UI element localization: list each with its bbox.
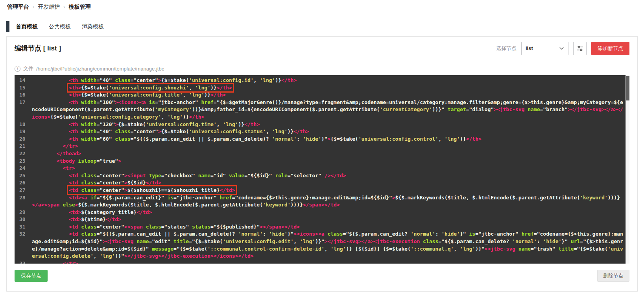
line-content: <th>{$=$take('universal:config.title', '… [32, 91, 629, 99]
line-number: 20 [15, 136, 32, 143]
breadcrumb-item-devmaintain[interactable]: 开发维护 [38, 4, 60, 11]
tab-bar: 首页模板 公共模板 渲染模板 [0, 21, 644, 32]
line-number: 25 [15, 172, 32, 180]
code-line: 31 <td class="center"><span class="statu… [15, 223, 629, 231]
code-editor[interactable]: 14 <th width="40" class="center">{$=$tak… [15, 75, 629, 264]
line-content: <th width="40" class="center">{$=$take('… [32, 128, 629, 136]
code-line: 29 <td>${$category_title}</td> [15, 209, 629, 216]
line-number: 30 [15, 216, 32, 223]
line-content: <td class="center">${$id}</td> [32, 179, 629, 187]
line-number: 31 [15, 223, 32, 231]
line-content: <th width="100"><icons><a is="jtbc-ancho… [32, 99, 629, 121]
breadcrumb: 管理平台 › 开发维护 › 模板管理 [0, 0, 644, 14]
code-line: 24 <tr> [15, 165, 629, 172]
code-line: 18 <th width="120">{$=$take('universal:c… [15, 121, 629, 128]
line-content: </tr> [32, 143, 629, 150]
breadcrumb-item-platform[interactable]: 管理平台 [7, 4, 29, 11]
save-node-button[interactable]: 保存节点 [15, 270, 48, 282]
code-line: 21 </tr> [15, 143, 629, 150]
node-select[interactable]: list [521, 42, 568, 55]
chevron-down-icon [559, 46, 564, 51]
panel-header: 编辑节点 [ list ] 选择节点 list 添加新节点 [7, 37, 637, 60]
code-line: 15 <th>{$=$take('universal:config.shouzh… [15, 84, 629, 92]
line-number: 26 [15, 179, 32, 187]
line-content: <tr> [32, 165, 629, 172]
line-number: 14 [15, 77, 32, 84]
line-number: 28 [15, 194, 32, 209]
breadcrumb-separator: › [63, 4, 65, 10]
panel-footer: 保存节点 删除节点 [7, 264, 637, 282]
tab-accent-bar [6, 21, 9, 32]
code-line: 30 <td>${$time}</td> [15, 216, 629, 223]
tab-home-template[interactable]: 首页模板 [16, 23, 38, 30]
code-line: 28 <td><a if="${$.param.can_edit}" is="j… [15, 194, 629, 209]
code-line: 22 </thead> [15, 150, 629, 158]
highlight-box-line27: <td class="center">${$shouzhi}==${$shouz… [69, 187, 235, 193]
sliders-icon [576, 44, 584, 53]
line-number: 19 [15, 128, 32, 136]
breadcrumb-item-template-manage: 模板管理 [69, 4, 91, 11]
node-select-value: list [526, 45, 533, 51]
line-number: 16 [15, 91, 32, 99]
line-number: 29 [15, 209, 32, 216]
file-info-row: i 文件 /home/jtbc/Public/jizhang/common/te… [7, 60, 637, 75]
line-content: <td class="center"><span class="status" … [32, 223, 629, 231]
line-content: <td class="center"><input type="checkbox… [32, 172, 629, 180]
line-number: 15 [15, 84, 32, 92]
tab-render-template[interactable]: 渲染模板 [82, 23, 104, 30]
code-line: 25 <td class="center"><input type="check… [15, 172, 629, 180]
line-number: 21 [15, 143, 32, 150]
line-content: <td>${$time}</td> [32, 216, 629, 223]
line-content: <th width="40" class="center">{$=$take('… [32, 77, 629, 84]
code-line: 23 <tbody isloop="true"> [15, 158, 629, 165]
line-number: 27 [15, 187, 32, 194]
line-content: <tbody isloop="true"> [32, 158, 629, 165]
file-path: /home/jtbc/Public/jizhang/common/templat… [36, 66, 164, 72]
line-content: <th width="60" class="${($.param.can_edi… [32, 136, 629, 143]
code-line: 27 <td class="center">${$shouzhi}==${$sh… [15, 187, 629, 194]
delete-node-button[interactable]: 删除节点 [597, 270, 629, 282]
line-number: 32 [15, 231, 32, 260]
line-number: 22 [15, 150, 32, 158]
code-line: 16 <th>{$=$take('universal:config.title'… [15, 91, 629, 99]
editor-panel: 编辑节点 [ list ] 选择节点 list 添加新节点 i 文件 [6, 36, 638, 292]
line-number: 17 [15, 99, 32, 121]
tab-common-template[interactable]: 公共模板 [49, 23, 71, 30]
node-settings-button[interactable] [573, 42, 587, 55]
line-content: </tr> [32, 260, 629, 264]
line-content: </thead> [32, 150, 629, 158]
editor-scrollbar-thumb[interactable] [626, 76, 629, 100]
line-number: 33 [15, 260, 32, 264]
code-line: 19 <th width="40" class="center">{$=$tak… [15, 128, 629, 136]
line-content: <td>${$category_title}</td> [32, 209, 629, 216]
code-line: 33 </tr> [15, 260, 629, 264]
line-number: 18 [15, 121, 32, 128]
line-content: <td><a if="${$.param.can_edit}" is="jtbc… [32, 194, 629, 209]
code-line: 20 <th width="60" class="${($.param.can_… [15, 136, 629, 143]
line-number: 24 [15, 165, 32, 172]
code-lines: 14 <th width="40" class="center">{$=$tak… [15, 77, 629, 264]
info-icon: i [15, 66, 20, 72]
file-label: 文件 [23, 65, 33, 72]
header-controls: 选择节点 list 添加新节点 [496, 42, 629, 55]
line-number: 23 [15, 158, 32, 165]
code-line: 17 <th width="100"><icons><a is="jtbc-an… [15, 99, 629, 121]
line-content: <th width="120">{$=$take('universal:conf… [32, 121, 629, 128]
code-line: 14 <th width="40" class="center">{$=$tak… [15, 77, 629, 84]
page-title: 编辑节点 [ list ] [15, 44, 61, 53]
highlight-box-line15: <th>{$=$take('universal:config.shouzhi',… [69, 85, 232, 91]
code-line: 32 <td class="${($.param.can_edit || $.p… [15, 231, 629, 260]
line-content: <th>{$=$take('universal:config.shouzhi',… [32, 84, 629, 92]
node-select-label: 选择节点 [496, 45, 517, 52]
line-content: <td class="${($.param.can_edit || $.para… [32, 231, 629, 260]
line-content: <td class="center">${$shouzhi}==${$shouz… [32, 187, 629, 194]
code-line: 26 <td class="center">${$id}</td> [15, 179, 629, 187]
add-node-button[interactable]: 添加新节点 [591, 42, 629, 55]
breadcrumb-separator: › [33, 4, 34, 10]
editor-scrollbar[interactable] [626, 75, 629, 264]
